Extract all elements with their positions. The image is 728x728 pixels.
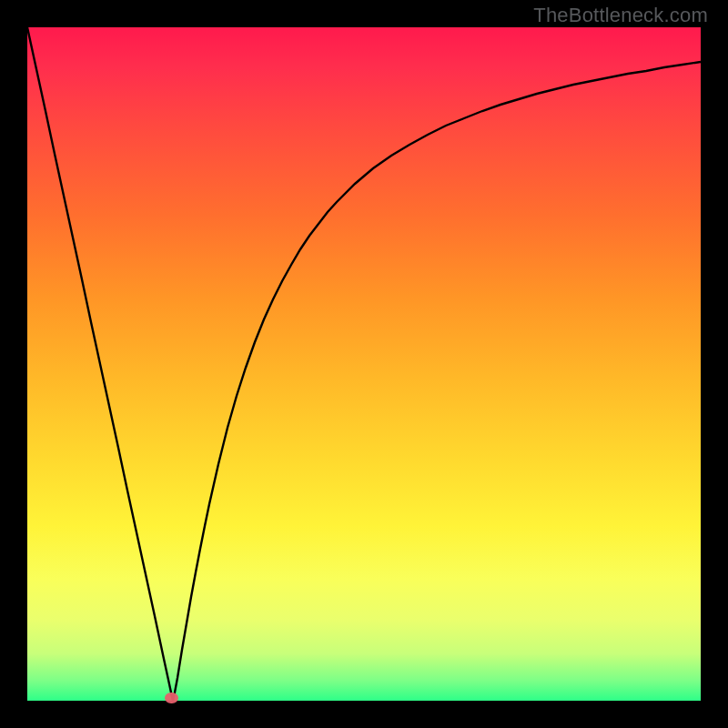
chart-container: TheBottleneck.com (0, 0, 728, 728)
curve-svg (27, 27, 701, 701)
bottleneck-curve (27, 27, 701, 701)
minimum-marker (165, 693, 178, 703)
plot-area (27, 27, 701, 701)
watermark-label: TheBottleneck.com (533, 4, 708, 27)
